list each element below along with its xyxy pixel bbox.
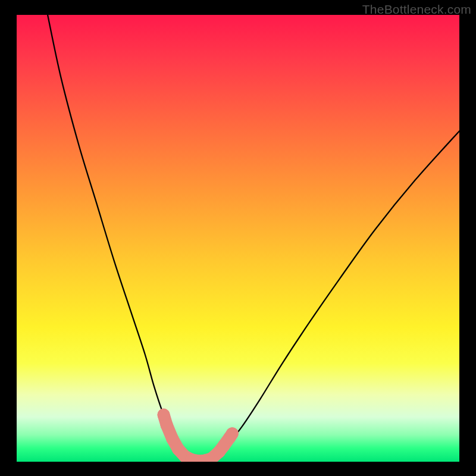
attribution-text: TheBottleneck.com [362, 2, 471, 17]
bottleneck-curve [48, 15, 459, 462]
chart-plot-area [17, 15, 459, 462]
chart-frame: TheBottleneck.com [0, 0, 476, 476]
curve-group [48, 15, 459, 462]
marker-group [158, 409, 239, 462]
highlight-dot [226, 427, 239, 440]
highlight-dot [161, 419, 173, 431]
chart-svg [17, 15, 459, 462]
